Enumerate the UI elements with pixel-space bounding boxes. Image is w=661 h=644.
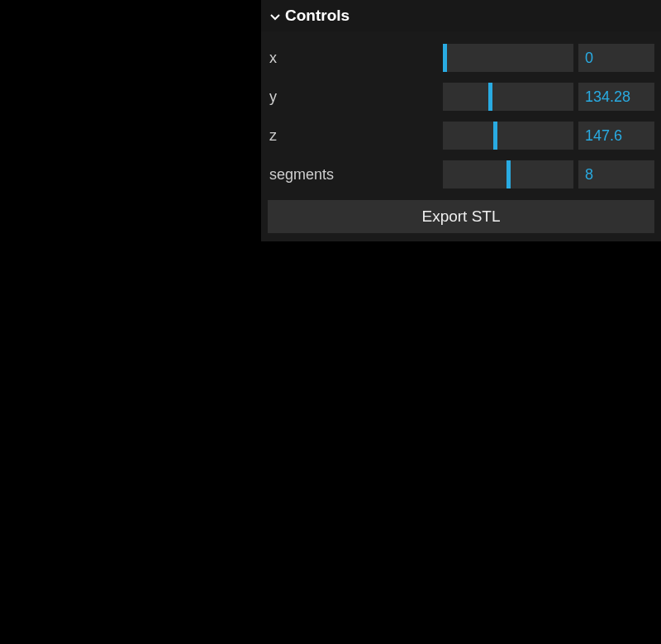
slider-thumb[interactable] (506, 160, 511, 188)
svg-marker-2 (372, 248, 454, 306)
svg-marker-19 (492, 451, 525, 529)
control-row-x: x 0 (268, 41, 654, 75)
svg-marker-14 (149, 351, 207, 438)
control-label: z (268, 127, 438, 145)
svg-marker-3 (186, 265, 281, 314)
svg-marker-0 (297, 244, 421, 273)
svg-marker-4 (223, 273, 376, 327)
slider-z[interactable] (443, 122, 573, 150)
svg-marker-15 (190, 368, 285, 459)
svg-marker-1 (231, 244, 364, 277)
svg-marker-21 (186, 438, 285, 533)
svg-marker-22 (281, 459, 405, 541)
export-stl-button[interactable]: Export STL (268, 200, 654, 233)
chevron-down-icon (269, 11, 279, 21)
svg-marker-5 (364, 273, 454, 343)
svg-marker-29 (405, 541, 471, 603)
slider-thumb[interactable] (443, 44, 447, 72)
svg-marker-25 (500, 504, 525, 570)
control-row-segments: segments 8 (268, 157, 654, 192)
svg-marker-32 (207, 579, 322, 637)
svg-marker-20 (149, 417, 190, 513)
svg-marker-24 (467, 475, 504, 558)
svg-marker-23 (397, 467, 471, 546)
svg-marker-30 (467, 546, 504, 603)
svg-marker-18 (459, 405, 500, 504)
svg-marker-26 (153, 496, 207, 579)
control-row-z: z 147.6 (268, 118, 654, 153)
svg-marker-7 (169, 302, 223, 368)
panel-body: x 0 y 134.28 z 147.6 segments 8 (261, 31, 661, 241)
svg-marker-28 (285, 533, 413, 603)
control-label: x (268, 50, 438, 67)
panel-header[interactable]: Controls (261, 0, 661, 31)
svg-marker-12 (487, 393, 525, 484)
controls-panel: Controls x 0 y 134.28 z 147.6 segments (260, 0, 661, 241)
control-label: segments (268, 166, 438, 184)
control-row-y: y 134.28 (268, 79, 654, 114)
svg-marker-9 (285, 322, 388, 389)
slider-segments[interactable] (443, 160, 573, 188)
slider-thumb[interactable] (493, 122, 497, 150)
svg-marker-33 (297, 599, 413, 637)
svg-marker-8 (207, 314, 285, 384)
svg-marker-10 (376, 322, 459, 405)
svg-marker-27 (186, 513, 297, 599)
svg-marker-17 (388, 389, 467, 475)
svg-marker-6 (450, 306, 496, 393)
value-input-segments[interactable]: 8 (578, 160, 654, 188)
slider-x[interactable] (443, 44, 573, 72)
control-label: y (268, 88, 438, 106)
svg-marker-13 (487, 347, 525, 430)
slider-thumb[interactable] (488, 83, 492, 111)
value-input-z[interactable]: 147.6 (578, 122, 654, 150)
slider-y[interactable] (443, 83, 573, 111)
svg-marker-16 (281, 384, 397, 467)
value-input-x[interactable]: 0 (578, 44, 654, 72)
panel-title: Controls (285, 7, 350, 25)
value-input-y[interactable]: 134.28 (578, 83, 654, 111)
svg-marker-11 (450, 343, 492, 451)
svg-marker-34 (409, 603, 467, 635)
svg-marker-35 (149, 417, 178, 566)
svg-marker-31 (178, 566, 252, 624)
